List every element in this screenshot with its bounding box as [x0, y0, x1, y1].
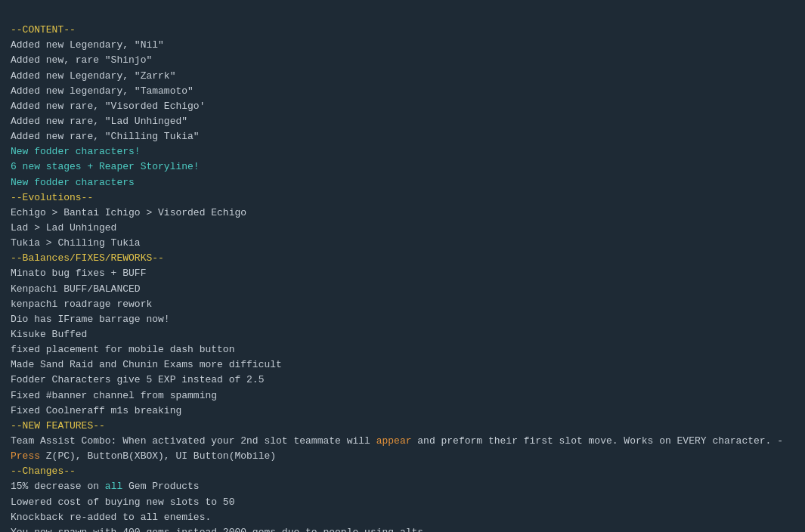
- line: Added new legendary, "Tamamoto": [11, 84, 794, 99]
- line: Lowered cost of buying new slots to 50: [11, 495, 794, 510]
- line: Fixed #banner channel from spamming: [11, 388, 794, 404]
- line: Added new rare, "Lad Unhinged": [11, 114, 794, 129]
- line: Kisuke Buffed: [11, 327, 794, 342]
- line: Fixed Coolneraff m1s breaking: [11, 404, 794, 419]
- line: --Balances/FIXES/REWORKS--: [11, 251, 794, 266]
- line: Added new Legendary, "Zarrk": [11, 69, 794, 84]
- line: kenpachi roadrage rework: [11, 297, 794, 312]
- line: Lad > Lad Unhinged: [11, 221, 794, 236]
- line: You now spawn with 400 gems instead 2000…: [11, 525, 794, 532]
- line: --NEW FEATURES--: [11, 419, 794, 434]
- line: fixed placement for mobile dash button: [11, 342, 794, 357]
- line: --CONTENT--: [11, 23, 794, 38]
- line: 6 new stages + Reaper Storyline!: [11, 159, 794, 175]
- line: Tukia > Chilling Tukia: [11, 236, 794, 251]
- line: Made Sand Raid and Chunin Exams more dif…: [11, 357, 794, 373]
- changelog-content: --CONTENT--Added new Legendary, "Nil"Add…: [11, 8, 794, 532]
- line: Added new rare, "Chilling Tukia": [11, 129, 794, 144]
- line: Added new, rare "Shinjo": [11, 53, 794, 68]
- line: --Evolutions--: [11, 190, 794, 206]
- line: Echigo > Bantai Ichigo > Visorded Echigo: [11, 206, 794, 221]
- line: Team Assist Combo: When activated your 2…: [11, 434, 794, 464]
- line: Knockback re-added to all enemies.: [11, 510, 794, 525]
- line: Minato bug fixes + BUFF: [11, 266, 794, 281]
- line: New fodder characters: [11, 175, 794, 190]
- line: Added new Legendary, "Nil": [11, 38, 794, 53]
- line: Kenpachi BUFF/BALANCED: [11, 282, 794, 297]
- line: Dio has IFrame barrage now!: [11, 312, 794, 327]
- line: Fodder Characters give 5 EXP instead of …: [11, 373, 794, 388]
- line: 15% decrease on all Gem Products: [11, 479, 794, 494]
- line: New fodder characters!: [11, 144, 794, 159]
- line: --Changes--: [11, 464, 794, 479]
- line: Added new rare, "Visorded Echigo': [11, 99, 794, 114]
